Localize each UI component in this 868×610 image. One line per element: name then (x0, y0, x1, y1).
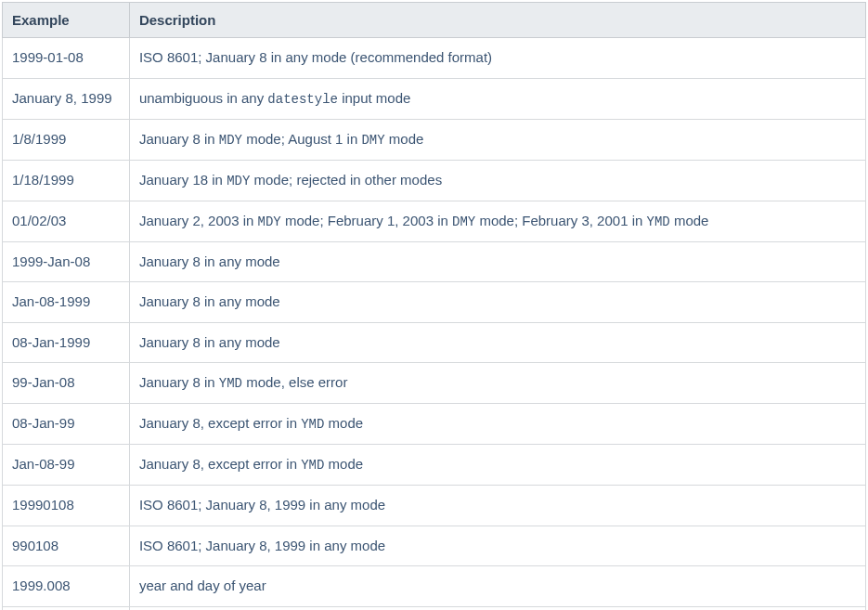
text-segment: January 18 in (139, 172, 227, 188)
text-segment: mode; February 1, 2003 in (281, 213, 452, 228)
cell-description: year and day of year (129, 566, 865, 607)
cell-description: unambiguous in any datestyle input mode (129, 78, 865, 119)
cell-description: January 18 in MDY mode; rejected in othe… (129, 160, 865, 201)
text-segment: year and day of year (139, 578, 266, 593)
cell-description: January 8 in YMD mode, else error (129, 363, 865, 404)
table-row: 1/18/1999January 18 in MDY mode; rejecte… (3, 160, 866, 201)
table-row: 990108ISO 8601; January 8, 1999 in any m… (3, 526, 866, 566)
code-literal: YMD (647, 214, 670, 229)
cell-example: 1999-01-08 (3, 38, 130, 79)
code-literal: MDY (219, 133, 242, 148)
text-segment: January 8 in any mode (139, 253, 280, 269)
cell-example: 08-Jan-99 (3, 404, 130, 445)
cell-example: 01/02/03 (3, 201, 130, 241)
table-row: 08-Jan-1999January 8 in any mode (3, 322, 866, 363)
text-segment: mode, else error (242, 374, 347, 390)
code-literal: datestyle (267, 92, 338, 107)
text-segment: unambiguous in any (139, 90, 267, 106)
cell-example: 1/8/1999 (3, 119, 130, 160)
cell-example: 99-Jan-08 (3, 363, 130, 404)
text-segment: January 8 in (139, 131, 219, 147)
code-literal: YMD (301, 417, 324, 432)
text-segment: ISO 8601; January 8, 1999 in any mode (139, 497, 385, 513)
cell-example: J2451187 (3, 606, 130, 610)
table-row: 01/02/03January 2, 2003 in MDY mode; Feb… (3, 201, 866, 241)
table-row: Jan-08-99January 8, except error in YMD … (3, 445, 866, 486)
cell-description: January 8 in MDY mode; August 1 in DMY m… (129, 119, 865, 160)
code-literal: YMD (219, 376, 242, 391)
cell-example: 1999.008 (3, 566, 130, 607)
cell-description: January 8 in any mode (129, 282, 865, 323)
text-segment: mode; rejected in other modes (250, 172, 442, 188)
cell-example: 990108 (3, 526, 130, 566)
text-segment: January 2, 2003 in (139, 213, 258, 228)
header-description: Description (129, 3, 865, 38)
cell-example: 08-Jan-1999 (3, 322, 130, 363)
cell-example: January 8, 1999 (3, 78, 130, 119)
table-row: 1/8/1999January 8 in MDY mode; August 1 … (3, 119, 866, 160)
code-literal: YMD (301, 458, 324, 473)
text-segment: mode (324, 456, 363, 472)
cell-example: 19990108 (3, 486, 130, 526)
cell-description: ISO 8601; January 8 in any mode (recomme… (129, 38, 865, 79)
cell-description: January 8 in any mode (129, 241, 865, 282)
table-row: January 8, 1999unambiguous in any datest… (3, 78, 866, 119)
text-segment: ISO 8601; January 8, 1999 in any mode (139, 538, 385, 553)
table-header-row: Example Description (3, 3, 866, 38)
table-row: J2451187Julian date (3, 606, 866, 610)
text-segment: January 8 in any mode (139, 334, 280, 350)
text-segment: mode; August 1 in (242, 131, 361, 147)
text-segment: ISO 8601; January 8 in any mode (recomme… (139, 49, 492, 65)
text-segment: January 8, except error in (139, 415, 301, 431)
text-segment: mode (670, 213, 709, 228)
cell-description: January 8, except error in YMD mode (129, 404, 865, 445)
cell-example: Jan-08-99 (3, 445, 130, 486)
table-row: 1999-Jan-08January 8 in any mode (3, 241, 866, 282)
text-segment: mode (324, 415, 363, 431)
table-row: 1999-01-08ISO 8601; January 8 in any mod… (3, 38, 866, 79)
cell-description: January 8 in any mode (129, 322, 865, 363)
text-segment: input mode (338, 90, 410, 106)
text-segment: January 8, except error in (139, 456, 301, 472)
cell-description: January 2, 2003 in MDY mode; February 1,… (129, 201, 865, 241)
cell-example: 1/18/1999 (3, 160, 130, 201)
cell-example: 1999-Jan-08 (3, 241, 130, 282)
table-row: 99-Jan-08January 8 in YMD mode, else err… (3, 363, 866, 404)
text-segment: January 8 in (139, 374, 219, 390)
text-segment: January 8 in any mode (139, 293, 280, 309)
code-literal: MDY (227, 174, 250, 188)
header-example: Example (3, 3, 130, 38)
code-literal: DMY (452, 214, 475, 229)
cell-description: ISO 8601; January 8, 1999 in any mode (129, 486, 865, 526)
text-segment: mode (385, 131, 424, 147)
cell-description: Julian date (129, 606, 865, 610)
date-input-table: Example Description 1999-01-08ISO 8601; … (2, 2, 866, 610)
cell-example: Jan-08-1999 (3, 282, 130, 323)
cell-description: ISO 8601; January 8, 1999 in any mode (129, 526, 865, 566)
table-row: Jan-08-1999January 8 in any mode (3, 282, 866, 323)
table-row: 19990108ISO 8601; January 8, 1999 in any… (3, 486, 866, 526)
code-literal: DMY (361, 133, 384, 148)
table-row: 1999.008year and day of year (3, 566, 866, 607)
cell-description: January 8, except error in YMD mode (129, 445, 865, 486)
text-segment: mode; February 3, 2001 in (475, 213, 646, 228)
table-row: 08-Jan-99January 8, except error in YMD … (3, 404, 866, 445)
code-literal: MDY (258, 214, 281, 229)
